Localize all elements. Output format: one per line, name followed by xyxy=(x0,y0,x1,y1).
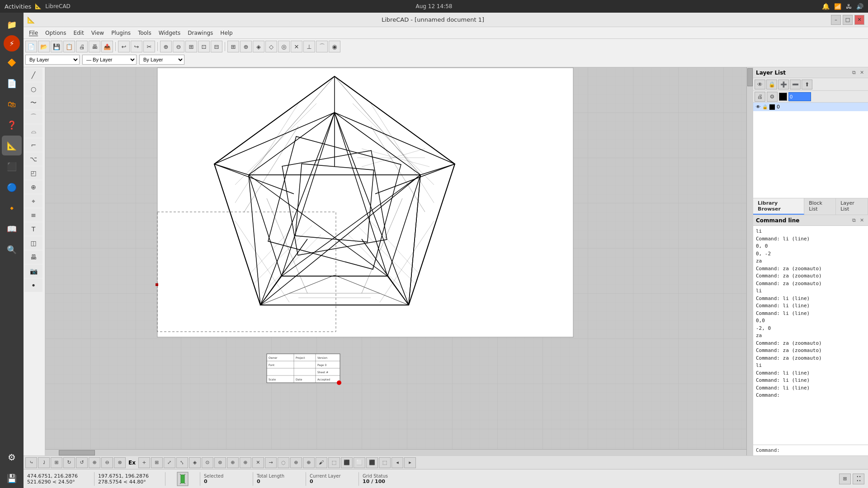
dock-item-app2[interactable]: 🔶 xyxy=(2,52,22,72)
canvas-area[interactable]: Owner Project Version Font Page 0 Sheet … xyxy=(45,67,753,455)
dock-item-bottom1[interactable]: ⚙ xyxy=(2,447,22,467)
layer-remove-button[interactable]: ➖ xyxy=(790,80,801,89)
layer-item-0[interactable]: 👁 🔒 0 xyxy=(753,103,868,111)
dock-item-store[interactable]: 🛍 xyxy=(2,94,22,114)
layer-visibility-button[interactable]: 👁 xyxy=(755,80,765,89)
print-preview-button[interactable]: 🖨 xyxy=(76,41,88,52)
tool-insert[interactable]: ⊕ xyxy=(24,180,42,194)
status-dots-button[interactable]: • •• • xyxy=(853,474,864,484)
status-btn-4[interactable]: ↻ xyxy=(63,457,75,468)
redo-button[interactable]: ↪ xyxy=(131,41,142,52)
zoom-out-button[interactable]: ⊖ xyxy=(173,41,184,52)
tool-print-preview[interactable]: 🖶 xyxy=(24,250,42,264)
dock-item-app1[interactable]: ⚡ xyxy=(4,35,20,52)
status-btn-snap10[interactable]: ⊕ xyxy=(303,457,315,468)
cut-button[interactable]: ✂ xyxy=(143,41,155,52)
snap-endpoint-button[interactable]: ◈ xyxy=(253,41,264,52)
tool-modify[interactable]: ≡ xyxy=(24,208,42,222)
save-button[interactable]: 💾 xyxy=(51,41,62,52)
open-button[interactable]: 📂 xyxy=(38,41,50,52)
snap-grid-button[interactable]: ⊕ xyxy=(240,41,252,52)
canvas-scrollbar-h[interactable] xyxy=(45,449,746,455)
scrollbar-thumb-h[interactable] xyxy=(59,450,95,455)
snap-center-button[interactable]: ◎ xyxy=(278,41,290,52)
zoom-pan-button[interactable]: ⊞ xyxy=(185,41,197,52)
tool-rectangle[interactable]: ◰ xyxy=(24,166,42,180)
grid-button[interactable]: ⊞ xyxy=(227,41,239,52)
status-btn-grid[interactable]: ⊞ xyxy=(151,457,163,468)
dock-item-help[interactable]: ❓ xyxy=(2,115,22,135)
status-btn-7[interactable]: ⊖ xyxy=(101,457,113,468)
status-btn-snap3[interactable]: ◈ xyxy=(189,457,201,468)
layer-list-float-button[interactable]: ⧉ xyxy=(850,69,858,76)
linetype-dropdown[interactable]: — By Layer xyxy=(82,55,137,65)
command-float-button[interactable]: ⧉ xyxy=(850,217,858,224)
layer-construction-button[interactable]: ⚙ xyxy=(767,92,778,102)
minimize-button[interactable]: – xyxy=(831,15,841,25)
status-btn-nav2[interactable]: ▸ xyxy=(404,457,416,468)
menu-plugins[interactable]: Plugins xyxy=(108,29,134,37)
snap-nearest-button[interactable]: ◉ xyxy=(329,41,340,52)
snap-intersect-button[interactable]: ✕ xyxy=(291,41,302,52)
status-btn-snap9[interactable]: ⊕ xyxy=(290,457,302,468)
status-btn-2[interactable]: ⤸ xyxy=(38,457,50,468)
menu-options[interactable]: Options xyxy=(42,29,70,37)
status-grid-toggle[interactable]: ⊞ xyxy=(839,474,851,484)
status-btn-view5[interactable]: ⬚ xyxy=(379,457,391,468)
tool-dimension[interactable]: ⌖ xyxy=(24,194,42,208)
zoom-fit-button[interactable]: ⊡ xyxy=(198,41,210,52)
tab-layer-list[interactable]: Layer List xyxy=(836,198,868,215)
status-btn-snap5[interactable]: ⊛ xyxy=(214,457,226,468)
activities-button[interactable]: Activities xyxy=(5,3,31,10)
tab-library-browser[interactable]: Library Browser xyxy=(753,198,804,215)
layer-add-button[interactable]: ➕ xyxy=(778,80,789,89)
status-btn-view1[interactable]: ⬚ xyxy=(328,457,340,468)
status-btn-6[interactable]: ⊕ xyxy=(89,457,100,468)
linewidth-dropdown[interactable]: By Layer xyxy=(139,55,184,65)
menu-edit[interactable]: Edit xyxy=(70,29,87,37)
menu-widgets[interactable]: Widgets xyxy=(155,29,184,37)
dock-item-app3[interactable]: 📄 xyxy=(2,73,22,93)
canvas-scrollbar-v[interactable] xyxy=(746,67,753,455)
layer-print-button[interactable]: 🖨 xyxy=(755,92,765,102)
tool-text[interactable]: T xyxy=(24,222,42,236)
dock-item-vscode[interactable]: 🔵 xyxy=(2,177,22,197)
status-btn-snap6[interactable]: ⊕ xyxy=(227,457,239,468)
zoom-in-button[interactable]: ⊕ xyxy=(160,41,172,52)
status-btn-view3[interactable]: ⬜ xyxy=(354,457,365,468)
dock-item-files[interactable]: 📁 xyxy=(2,14,22,34)
status-btn-view2[interactable]: ⬛ xyxy=(341,457,353,468)
menu-file[interactable]: File xyxy=(25,29,42,37)
menu-help[interactable]: Help xyxy=(217,29,236,37)
layer-color-swatch[interactable] xyxy=(779,93,787,101)
layer-list-content[interactable]: 👁 🔒 0 xyxy=(753,103,868,198)
status-btn-3[interactable]: ⊞ xyxy=(51,457,62,468)
dock-item-bottom2[interactable]: 💾 xyxy=(2,468,22,488)
menu-drawings[interactable]: Drawings xyxy=(184,29,217,37)
status-btn-plus[interactable]: + xyxy=(138,457,150,468)
new-button[interactable]: 📄 xyxy=(25,41,37,52)
tool-dot[interactable]: • xyxy=(24,278,42,292)
dock-item-search[interactable]: 🔍 xyxy=(2,239,22,259)
status-btn-view4[interactable]: ⬛ xyxy=(366,457,378,468)
tool-snap[interactable]: 📷 xyxy=(24,264,42,278)
dock-item-reader[interactable]: 📖 xyxy=(2,219,22,239)
status-btn-5[interactable]: ↺ xyxy=(76,457,88,468)
drawing-canvas[interactable]: Owner Project Version Font Page 0 Sheet … xyxy=(45,67,753,455)
snap-tangent-button[interactable]: ⌒ xyxy=(316,41,328,52)
menu-tools[interactable]: Tools xyxy=(134,29,155,37)
dock-item-app4[interactable]: 🔸 xyxy=(2,198,22,218)
layer-lock-button[interactable]: 🔒 xyxy=(766,80,777,89)
saveas-button[interactable]: 📋 xyxy=(63,41,75,52)
tool-hatch[interactable]: ◫ xyxy=(24,236,42,250)
layer-list-close-button[interactable]: ✕ xyxy=(858,69,865,76)
tool-arc[interactable]: ⌒ xyxy=(24,110,42,124)
print-button[interactable]: 🖶 xyxy=(89,41,100,52)
export-button[interactable]: 📤 xyxy=(101,41,113,52)
status-btn-nav1[interactable]: ◂ xyxy=(392,457,403,468)
maximize-button[interactable]: □ xyxy=(843,15,853,25)
close-button[interactable]: ✕ xyxy=(854,15,864,25)
snap-perpendicular-button[interactable]: ⊥ xyxy=(303,41,315,52)
status-btn-snap4[interactable]: ⊙ xyxy=(202,457,213,468)
tool-polygon[interactable]: ⌥ xyxy=(24,152,42,166)
